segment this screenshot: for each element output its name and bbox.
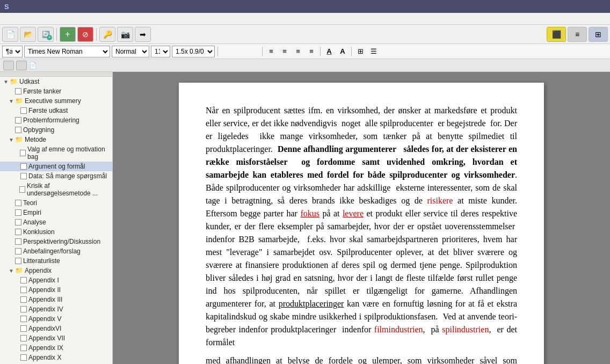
doc-spacer [8, 258, 15, 264]
outline-button[interactable]: ≡ [568, 27, 587, 42]
arrow-button[interactable]: ➡ [135, 27, 151, 42]
size-select[interactable]: 11 [151, 46, 170, 57]
doc-spacer [8, 127, 15, 133]
sidebar-item-appendix-vi[interactable]: AppendixVI [0, 324, 112, 333]
align-justify-button[interactable]: ≡ [306, 46, 317, 57]
sidebar-item-appendix-v[interactable]: Appendix V [0, 314, 112, 324]
sidebar-item-empiri[interactable]: Empiri [0, 208, 112, 217]
menu-vis[interactable] [17, 18, 24, 20]
menu-rediger[interactable] [10, 18, 16, 20]
table-button[interactable]: ⊞ [354, 46, 366, 57]
sidebar-item-appendix-iv[interactable]: Appendix IV [0, 304, 112, 314]
item-label-appendix-iii: Appendix III [28, 296, 62, 303]
sidebar-item-analyse[interactable]: Analyse [0, 217, 112, 227]
font-select[interactable]: Times New Roman [24, 46, 110, 57]
doc-spacer [13, 173, 20, 179]
sidebar-item-appendix[interactable]: ▼📁Appendix [0, 266, 112, 275]
italic-button[interactable] [234, 46, 246, 57]
sidebar-item-executive-summery[interactable]: ▼📁Executive summery [0, 96, 112, 106]
style-select[interactable]: Normal [112, 46, 149, 57]
align-center-button[interactable]: ≡ [279, 46, 291, 57]
bold-button[interactable] [221, 46, 233, 57]
sidebar-item-perspektivering[interactable]: Perspektivering/Diskussion [0, 237, 112, 246]
doc-spacer [8, 239, 15, 245]
menu-projekt[interactable] [25, 18, 31, 20]
doc-checkbox-forste-tanker [15, 88, 21, 94]
menu-vaerktojer[interactable] [47, 18, 54, 20]
red-text-spilindustrien: spilindustrien [442, 325, 489, 334]
doc-checkbox-data-sa-mange [20, 173, 27, 179]
sidebar-item-appendix-iii[interactable]: Appendix III [0, 295, 112, 304]
sidebar-item-appendix-ix[interactable]: Appendix IX [0, 343, 112, 353]
folder-toggle-metode[interactable]: ▼ [8, 137, 15, 143]
sidebar-item-valg-af-emne[interactable]: Valg af emne og motivation bag [0, 144, 112, 162]
corkboard-button[interactable]: ⬛ [547, 27, 566, 42]
item-label-anbefalinger: Anbefalinger/forslag [23, 247, 81, 255]
split-button[interactable]: ⊞ [589, 27, 608, 42]
spacing-select[interactable]: 1.5x 0.9/0.0 [172, 46, 215, 57]
sidebar-item-appendix-i[interactable]: Appendix I [0, 275, 112, 285]
doc-checkbox-empiri [15, 209, 21, 216]
item-label-forste-tanker: Første tanker [23, 88, 61, 95]
sidebar-item-data-sa-mange[interactable]: Data: Så mange spørgsmål [0, 171, 112, 181]
sidebar-item-problemformulering[interactable]: Problemformulering [0, 115, 112, 125]
underline-button[interactable] [248, 46, 259, 57]
doc-next-button[interactable] [16, 61, 27, 70]
folder-toggle-udkast[interactable]: ▼ [2, 79, 10, 85]
sidebar-item-litteraturliste[interactable]: Litteraturliste [0, 256, 112, 266]
menu-fil[interactable] [2, 18, 9, 20]
doc-checkbox-appendix-iii [20, 296, 27, 303]
menu-hjaelp[interactable] [62, 18, 69, 20]
menu-vindue[interactable] [55, 18, 61, 20]
sidebar-item-appendix-ii[interactable]: Appendix II [0, 285, 112, 295]
sidebar-item-opbygning[interactable]: Opbygning [0, 125, 112, 135]
red-text-filmindustrien: filmindustrien [374, 325, 423, 334]
save-button[interactable]: 🔄 + [38, 27, 54, 42]
folder-toggle-appendix[interactable]: ▼ [8, 268, 15, 274]
underline-text-produktplaceringer: produktplaceringer [279, 299, 344, 308]
item-label-argument-og-formal: Argument og formål [28, 163, 85, 170]
list-button[interactable]: ☰ [368, 46, 380, 57]
sidebar-item-forste-udkast[interactable]: Første udkast [0, 106, 112, 115]
font-color-button[interactable]: A [323, 46, 335, 57]
document-page[interactable]: Når en spilproducent sættes ifm. en virk… [179, 83, 544, 364]
folder-toggle-executive-summery[interactable]: ▼ [8, 98, 15, 104]
sidebar-item-metode[interactable]: ▼📁Metode [0, 135, 112, 144]
sidebar-item-krisik[interactable]: Krisik af undersøgelsesmetode ... [0, 181, 112, 198]
doc-spacer [13, 297, 20, 303]
new-doc-button[interactable]: 📄 [2, 27, 18, 42]
align-right-button[interactable]: ≡ [292, 46, 304, 57]
doc-spacer [8, 249, 15, 254]
sidebar-item-konklusion[interactable]: Konklusion [0, 227, 112, 237]
doc-spacer [13, 187, 19, 193]
sidebar-item-appendix-x[interactable]: Appendix X [0, 353, 112, 362]
sidebar-item-udkast[interactable]: ▼📁Udkast [0, 77, 112, 86]
doc-spacer [13, 278, 20, 283]
sidebar-item-appendix-vii[interactable]: Appendix VII [0, 333, 112, 343]
highlight-button[interactable]: A [337, 46, 348, 57]
menu-dokuments[interactable] [32, 18, 39, 20]
sidebar-item-teori[interactable]: Teori [0, 198, 112, 208]
folder-icon-metode: 📁 [15, 136, 23, 143]
doc-prev-button[interactable] [3, 61, 14, 70]
align-left-button[interactable]: ≡ [265, 46, 277, 57]
sidebar-item-anbefalinger[interactable]: Anbefalinger/forslag [0, 246, 112, 256]
key-button[interactable]: 🔑 [99, 27, 115, 42]
toolbar-separator-1 [56, 28, 57, 41]
menu-format[interactable] [40, 18, 46, 20]
screenshot-button[interactable]: 📷 [117, 27, 133, 42]
doc-spacer [13, 336, 20, 341]
toolbar-separator-2 [96, 28, 97, 41]
sidebar-item-argument-og-formal[interactable]: Argument og formål [0, 162, 112, 171]
document-area: Når en spilproducent sættes ifm. en virk… [113, 72, 610, 364]
open-button[interactable]: 📂 [20, 27, 36, 42]
doc-spacer [8, 210, 15, 216]
doc-checkbox-appendix-v [20, 316, 27, 322]
item-label-teori: Teori [23, 199, 37, 207]
doc-checkbox-krisik [19, 186, 25, 193]
sidebar-item-forste-tanker[interactable]: Første tanker [0, 86, 112, 96]
item-label-litteraturliste: Litteraturliste [23, 257, 60, 265]
paragraph-style-select[interactable]: ¶a [2, 46, 23, 57]
delete-button[interactable]: ⊘ [77, 27, 93, 42]
add-button[interactable]: + [60, 27, 76, 42]
